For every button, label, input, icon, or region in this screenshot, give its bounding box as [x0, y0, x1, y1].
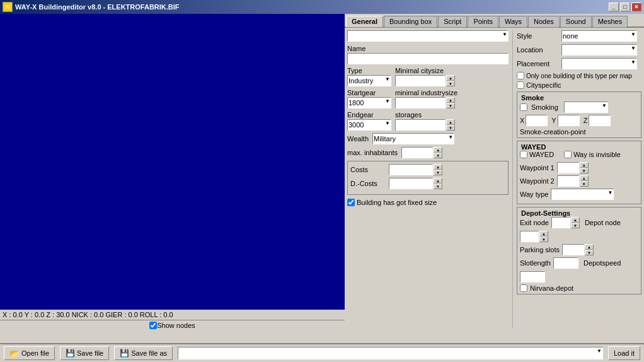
left-column: Name Type Industry Minimal citys: [347, 30, 509, 328]
x-input[interactable]: 0.0: [526, 115, 548, 126]
maximize-button[interactable]: □: [620, 3, 630, 11]
storages-down[interactable]: ▼: [446, 125, 455, 131]
waypoint2-down[interactable]: ▼: [580, 181, 589, 187]
max-inhabitants-down[interactable]: ▼: [434, 153, 442, 158]
canvas-area[interactable]: [0, 14, 345, 310]
storages-input[interactable]: 0: [395, 119, 446, 131]
way-invisible-label: Way is invisible: [573, 151, 621, 158]
way-invisible-checkbox[interactable]: [564, 151, 572, 158]
dcosts-up[interactable]: ▲: [434, 178, 442, 184]
parking-slots-up[interactable]: ▲: [585, 244, 594, 250]
panel-content: Name Type Industry Minimal citys: [345, 28, 644, 330]
exit-node-down[interactable]: ▼: [571, 223, 580, 228]
costs-down[interactable]: ▼: [434, 170, 442, 175]
way-type-select[interactable]: [551, 189, 614, 200]
show-nodes-checkbox[interactable]: [149, 322, 157, 329]
tab-bounding[interactable]: Bounding box: [384, 16, 437, 27]
endgear-select[interactable]: 3000: [347, 119, 391, 131]
location-select[interactable]: [561, 44, 637, 55]
parking-slots-input[interactable]: 0: [562, 244, 584, 255]
only-one-checkbox[interactable]: [517, 72, 524, 79]
load-button[interactable]: Load it: [608, 346, 640, 360]
parking-slots-label: Parking slots: [520, 246, 560, 254]
cityspecific-checkbox[interactable]: [517, 81, 524, 89]
smoking-label: Smoking: [531, 103, 558, 111]
tab-nodes[interactable]: Nodes: [528, 16, 560, 27]
startgear-label: Startgear: [347, 89, 391, 96]
open-file-button[interactable]: 📂 Open file: [4, 346, 55, 360]
way-type-label: Way type: [520, 190, 548, 198]
nirvana-depot-checkbox[interactable]: [520, 284, 527, 292]
smoking-checkbox[interactable]: [520, 103, 527, 111]
dcosts-input[interactable]: -1: [389, 178, 433, 189]
wayed-checkbox[interactable]: [520, 151, 527, 158]
tab-meshes[interactable]: Meshes: [592, 16, 628, 27]
save-file-button[interactable]: 💾 Save file: [60, 346, 109, 360]
name-input[interactable]: [347, 53, 509, 64]
waypoint1-down[interactable]: ▼: [580, 168, 589, 173]
storages-label: storages: [395, 111, 455, 119]
min-citysize-input[interactable]: 0: [395, 75, 446, 86]
tab-ways[interactable]: Ways: [499, 16, 527, 27]
parking-slots-down[interactable]: ▼: [585, 250, 594, 255]
waypoint2-input[interactable]: 0: [557, 175, 579, 187]
wealth-label: Wealth: [347, 135, 369, 143]
depot-node-label: Depot node: [585, 219, 621, 226]
nirvana-depot-label: Nirvana-depot: [530, 284, 573, 292]
tab-sound[interactable]: Sound: [560, 16, 592, 27]
minimize-button[interactable]: _: [609, 3, 619, 11]
waypoint2-up[interactable]: ▲: [580, 175, 589, 181]
min-industrysize-down[interactable]: ▼: [446, 103, 455, 108]
min-industrysize-input[interactable]: 0: [395, 97, 446, 108]
top-dropdown[interactable]: [347, 30, 509, 42]
placement-label: Placement: [517, 60, 558, 67]
waypoint1-up[interactable]: ▲: [580, 162, 589, 168]
smoking-select[interactable]: [564, 102, 608, 113]
wayed-label: WAYED: [529, 151, 554, 158]
save-file-as-button[interactable]: 💾 Save file as: [114, 346, 173, 360]
depot-legend: Depot-Settings: [520, 209, 638, 217]
y-input[interactable]: 0.0: [558, 115, 580, 126]
only-one-label: Only one building of this type per map: [526, 73, 632, 79]
max-inhabitants-label: max. inhabitants: [347, 149, 398, 156]
depot-node-down[interactable]: ▼: [539, 236, 548, 242]
waypoint2-label: Waypoint 2: [520, 177, 555, 185]
building-fixed-checkbox[interactable]: [347, 199, 355, 206]
depot-node-input[interactable]: 0: [520, 231, 539, 242]
costs-up[interactable]: ▲: [434, 164, 442, 170]
z-input[interactable]: 0.0: [589, 115, 611, 126]
depotspeed-input[interactable]: 0.0: [520, 271, 545, 283]
wealth-select[interactable]: Military: [372, 133, 454, 144]
tab-general[interactable]: General: [346, 16, 383, 27]
style-select[interactable]: none: [561, 30, 637, 42]
tab-bar: General Bounding box Script Points Ways …: [345, 14, 644, 28]
exit-node-input[interactable]: 0: [551, 217, 570, 228]
startgear-select[interactable]: 1800: [347, 97, 391, 108]
right-section: General Bounding box Script Points Ways …: [345, 14, 644, 330]
exit-node-up[interactable]: ▲: [571, 217, 580, 223]
building-fixed-label: Building has got fixed size: [357, 199, 437, 206]
dcosts-down[interactable]: ▼: [434, 184, 442, 189]
slotlength-input[interactable]: 0.0: [553, 257, 578, 269]
waypoint1-input[interactable]: 0: [557, 162, 579, 173]
min-industrysize-up[interactable]: ▲: [446, 97, 455, 103]
close-button[interactable]: ✕: [631, 3, 641, 11]
title-bar: W WAY-X Buildingeditor v8.0 - ELEKTROFAB…: [0, 0, 644, 14]
waypoint1-label: Waypoint 1: [520, 164, 555, 172]
min-citysize-up[interactable]: ▲: [446, 75, 455, 81]
x-label: X: [520, 117, 524, 124]
type-select[interactable]: Industry: [347, 75, 391, 86]
location-label: Location: [517, 46, 558, 54]
max-inhabitants-up[interactable]: ▲: [434, 147, 442, 153]
placement-select[interactable]: [561, 58, 637, 69]
max-inhabitants-input[interactable]: 0: [401, 147, 433, 158]
tab-script[interactable]: Script: [438, 16, 467, 27]
show-nodes-row: Show nodes: [0, 320, 345, 330]
min-citysize-down[interactable]: ▼: [446, 81, 455, 86]
folder-icon: 📂: [9, 349, 20, 358]
filename-dropdown[interactable]: [178, 347, 603, 359]
depot-node-up[interactable]: ▲: [539, 231, 548, 236]
tab-points[interactable]: Points: [468, 16, 498, 27]
storages-up[interactable]: ▲: [446, 119, 455, 125]
costs-input[interactable]: -1: [389, 164, 433, 175]
